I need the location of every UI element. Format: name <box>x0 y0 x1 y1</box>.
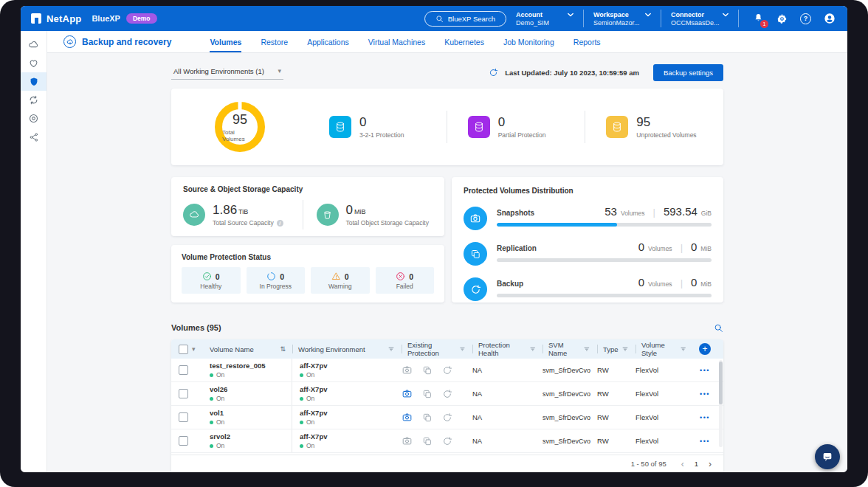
status-in-progress[interactable]: 0 In Progress <box>247 267 306 294</box>
row-actions-menu[interactable]: ••• <box>700 390 719 398</box>
select-menu-caret[interactable]: ▾ <box>192 345 196 353</box>
column-header-protection-health[interactable]: Protection Health <box>472 339 542 359</box>
column-header-svm-name[interactable]: SVM Name <box>542 339 597 359</box>
add-column-button[interactable]: + <box>699 343 711 355</box>
table-row[interactable]: vol26 On aff-X7pv On <box>171 382 723 406</box>
current-page[interactable]: 1 <box>695 460 698 468</box>
row-checkbox[interactable] <box>179 389 188 398</box>
snapshot-camera-icon[interactable] <box>402 412 413 423</box>
row-checkbox[interactable] <box>179 365 188 375</box>
filter-icon[interactable] <box>621 345 629 353</box>
protection-status-card: Volume Protection Status 0 Healthy 0 In … <box>171 245 444 303</box>
cloud-icon <box>28 39 39 50</box>
backup-circle-icon[interactable] <box>442 412 452 423</box>
filter-icon[interactable] <box>680 345 686 353</box>
snapshot-camera-icon[interactable] <box>402 435 413 446</box>
stat-label: 3-2-1 Protection <box>359 131 404 139</box>
left-sidebar <box>21 31 47 472</box>
refresh-icon[interactable] <box>489 68 498 77</box>
tab-reports[interactable]: Reports <box>574 31 601 52</box>
sidebar-item-extend[interactable] <box>21 109 46 128</box>
row-checkbox[interactable] <box>179 436 188 446</box>
replication-copy-icon[interactable] <box>422 389 433 399</box>
working-environment-filter[interactable]: All Working Environments (1) ▾ <box>171 66 283 80</box>
row-checkbox[interactable] <box>179 412 188 422</box>
tab-restore[interactable]: Restore <box>261 31 288 52</box>
sidebar-item-protection[interactable] <box>21 72 46 91</box>
volume-name: vol1 <box>210 409 287 417</box>
snapshot-camera-icon[interactable] <box>402 388 413 399</box>
filter-icon[interactable] <box>529 345 536 353</box>
on-status-dot <box>210 373 213 377</box>
sidebar-item-mobility[interactable] <box>21 91 46 109</box>
status-failed[interactable]: 0 Failed <box>376 267 435 294</box>
column-label: Protection Health <box>478 341 529 357</box>
filter-icon[interactable] <box>459 345 466 353</box>
status-healthy[interactable]: 0 Healthy <box>182 267 241 294</box>
connector-menu[interactable]: Connector OCCMsaasDe... <box>671 11 728 27</box>
backup-settings-button[interactable]: Backup settings <box>653 64 723 81</box>
total-volumes-label: Total Volumes <box>222 129 258 142</box>
bluexp-search[interactable]: BlueXP Search <box>424 11 506 27</box>
previous-page-button[interactable]: ‹ <box>681 459 684 469</box>
database-shield-icon <box>329 116 351 138</box>
column-header-volume-name[interactable]: Volume Name ⇅ <box>210 339 292 359</box>
row-actions-menu[interactable]: ••• <box>700 367 719 374</box>
on-status-dot <box>210 397 213 401</box>
filter-icon[interactable] <box>583 345 590 353</box>
environment-filter-value: All Working Environments (1) <box>173 67 264 75</box>
backup-circle-icon[interactable] <box>442 389 452 399</box>
notifications-button[interactable]: 1 <box>753 12 764 26</box>
snapshot-camera-icon[interactable] <box>402 365 413 376</box>
replication-copy-icon[interactable] <box>422 436 433 446</box>
next-page-button[interactable]: › <box>709 459 712 469</box>
replication-copy-icon[interactable] <box>422 365 433 376</box>
filter-icon[interactable] <box>388 345 395 353</box>
row-actions-menu[interactable]: ••• <box>700 438 719 445</box>
tab-applications[interactable]: Applications <box>307 31 349 52</box>
chat-button[interactable] <box>815 444 840 469</box>
gear-icon[interactable] <box>776 13 788 24</box>
sidebar-item-storage[interactable] <box>21 35 46 54</box>
tab-kubernetes[interactable]: Kubernetes <box>444 31 484 52</box>
replication-copy-icon[interactable] <box>422 412 433 423</box>
status-warning[interactable]: 0 Warning <box>311 267 370 294</box>
backup-circle-icon[interactable] <box>442 436 452 446</box>
help-button[interactable]: ? <box>800 13 811 24</box>
table-row[interactable]: vol1 On aff-X7pv On <box>171 406 723 429</box>
workspace-menu[interactable]: Workspace SemionMazor... <box>593 11 651 27</box>
table-row[interactable]: test_restore_005 On aff-X7pv On <box>171 359 723 382</box>
sidebar-item-health[interactable] <box>21 54 46 72</box>
sort-icon[interactable]: ⇅ <box>280 345 286 353</box>
column-header-type[interactable]: Type <box>597 339 636 359</box>
table-search-icon[interactable] <box>714 323 723 333</box>
on-status-dot <box>210 421 213 424</box>
info-icon[interactable]: i <box>277 220 283 227</box>
volume-type: RW <box>597 390 636 398</box>
object-capacity-label: Total Object Storage Capacity <box>346 219 429 227</box>
share-icon <box>29 132 39 142</box>
source-capacity: 1.86TiB Total Source Capacityi <box>183 203 300 227</box>
column-header-existing-protection[interactable]: Existing Protection <box>402 339 472 359</box>
select-all-checkbox[interactable] <box>179 345 188 354</box>
sidebar-item-governance[interactable] <box>21 128 46 146</box>
column-label: Volume Name <box>210 345 254 353</box>
on-status-dot <box>210 444 213 448</box>
user-avatar-icon[interactable] <box>824 13 836 24</box>
table-row[interactable]: srvol2 On aff-X7pv On <box>171 429 723 453</box>
tab-virtual-machines[interactable]: Virtual Machines <box>368 31 425 52</box>
x-circle-icon <box>396 272 405 281</box>
gear-circle-icon <box>28 113 39 124</box>
divider <box>583 10 584 27</box>
volumes-table: ▾ Volume Name ⇅ Working Environment <box>171 339 723 472</box>
tab-job-monitoring[interactable]: Job Monitoring <box>503 31 554 52</box>
table-scrollbar-thumb[interactable] <box>719 362 723 404</box>
column-header-working-environment[interactable]: Working Environment <box>292 339 402 359</box>
backup-circle-icon[interactable] <box>442 365 452 376</box>
pagination-range: 1 - 50 of 95 <box>631 460 666 468</box>
account-menu[interactable]: Account Demo_SIM <box>516 11 574 27</box>
tab-volumes[interactable]: Volumes <box>210 31 241 52</box>
table-header-row: ▾ Volume Name ⇅ Working Environment <box>171 339 723 359</box>
row-actions-menu[interactable]: ••• <box>700 414 719 421</box>
column-header-volume-style[interactable]: Volume Style <box>636 339 693 359</box>
